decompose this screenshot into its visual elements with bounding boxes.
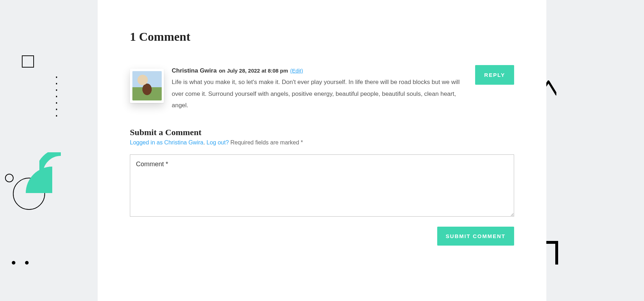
comment-item: Christina Gwira on July 28, 2022 at 8:08…: [130, 65, 514, 111]
reply-form-title: Submit a Comment: [130, 111, 514, 139]
content-card: 1 Comment Christina Gwira on July 28, 20…: [98, 0, 546, 301]
svg-point-4: [12, 261, 15, 265]
avatar: [130, 69, 164, 103]
dots-bottom-deco: [11, 257, 32, 266]
logged-in-note: Logged in as Christina Gwira. Log out? R…: [130, 139, 514, 154]
teal-arc-deco: [39, 152, 61, 174]
edit-link[interactable]: (Edit): [290, 66, 303, 76]
comments-section-title: 1 Comment: [130, 0, 514, 65]
dashed-line-deco: [55, 77, 60, 119]
comment-author: Christina Gwira: [172, 65, 217, 77]
reply-button[interactable]: REPLY: [475, 65, 514, 85]
comment-text: Life is what you make it, so let's make …: [172, 77, 469, 111]
submit-comment-button[interactable]: SUBMIT COMMENT: [437, 227, 514, 246]
svg-point-2: [5, 174, 13, 182]
teal-quarter-deco: [26, 167, 52, 193]
logged-in-user-link[interactable]: Logged in as Christina Gwira: [130, 139, 203, 145]
small-circle-deco: [4, 173, 14, 183]
required-note: Required fields are marked *: [229, 139, 303, 145]
on-word: on: [219, 68, 225, 74]
svg-point-3: [13, 178, 45, 209]
avatar-image: [132, 71, 162, 100]
svg-point-5: [25, 261, 29, 265]
comment-body: Christina Gwira on July 28, 2022 at 8:08…: [164, 65, 469, 111]
large-circle-deco: [12, 177, 46, 211]
square-outline-deco: [21, 55, 35, 69]
comment-textarea[interactable]: [130, 154, 514, 217]
svg-rect-0: [22, 56, 34, 67]
logout-link[interactable]: Log out?: [206, 139, 229, 145]
comment-meta: Christina Gwira on July 28, 2022 at 8:08…: [172, 65, 469, 77]
comment-date: July 28, 2022 at 8:08 pm: [227, 68, 288, 74]
sep: .: [203, 139, 206, 145]
